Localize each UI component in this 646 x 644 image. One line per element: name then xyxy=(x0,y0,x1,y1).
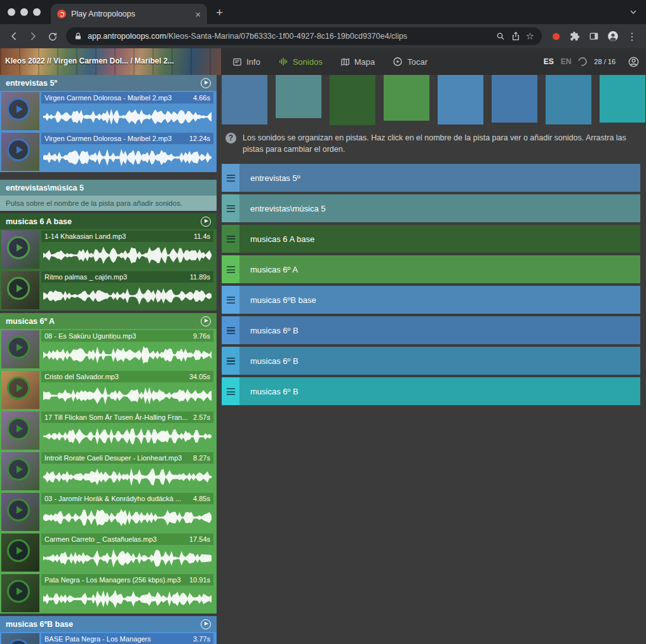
clip-thumbnail[interactable] xyxy=(1,92,39,130)
section-title[interactable]: musicas 6º A xyxy=(6,317,55,326)
tab-sonidos[interactable]: Sonidos xyxy=(278,57,323,67)
section-title[interactable]: entrevistas 5º xyxy=(6,79,57,88)
extensions-puzzle-icon[interactable] xyxy=(566,27,584,45)
clip-thumbnail[interactable] xyxy=(1,574,39,612)
track-name[interactable]: musicas 6 A base xyxy=(239,225,314,253)
lang-es-button[interactable]: ES xyxy=(544,57,554,66)
tab-tocar[interactable]: Tocar xyxy=(393,57,427,67)
tab-info[interactable]: Info xyxy=(232,57,260,67)
clip-thumbnail[interactable] xyxy=(1,533,39,572)
clip-play-overlay-icon[interactable] xyxy=(7,277,30,300)
section-header[interactable]: entrevistas 5º xyxy=(0,75,217,91)
track-name[interactable]: musicas 6º B xyxy=(239,316,299,344)
clip-thumbnail[interactable] xyxy=(1,493,39,531)
track-name[interactable]: musicas 6º B xyxy=(239,377,299,405)
track-drag-handle[interactable] xyxy=(222,286,239,314)
clip-item[interactable]: 17 Till Flickan Som Är Tusen År-Halling … xyxy=(0,410,217,451)
clip-waveform[interactable] xyxy=(43,508,212,527)
section-play-button[interactable] xyxy=(201,619,211,629)
section-title[interactable]: entrevistas\música 5 xyxy=(6,184,84,192)
clip-play-overlay-icon[interactable] xyxy=(7,236,30,259)
clip-thumbnail[interactable] xyxy=(1,452,39,490)
clip-waveform[interactable] xyxy=(43,246,212,265)
clip-item[interactable]: 03 - Jaromír Horák & Konrádyho dudácká .… xyxy=(0,492,217,532)
track-color-tile[interactable] xyxy=(438,75,483,124)
track-row[interactable]: musicas 6 A base xyxy=(222,225,640,253)
clip-waveform[interactable] xyxy=(43,107,212,126)
zoom-window-button[interactable] xyxy=(33,8,41,16)
track-row[interactable]: musicas 6º A xyxy=(222,255,640,283)
clip-play-overlay-icon[interactable] xyxy=(7,377,30,399)
track-color-tile[interactable] xyxy=(276,75,321,118)
section-title[interactable]: musicas 6 A base xyxy=(6,217,72,226)
share-icon[interactable] xyxy=(511,31,521,41)
track-drag-handle[interactable] xyxy=(222,164,239,192)
track-drag-handle[interactable] xyxy=(222,225,239,253)
minimize-window-button[interactable] xyxy=(20,8,28,16)
track-color-tile[interactable] xyxy=(222,75,267,124)
section-play-button[interactable] xyxy=(201,316,211,326)
recording-extension-icon[interactable] xyxy=(547,27,565,45)
url-text[interactable]: app.antropoloops.com/Kleos-Santa-Marina/… xyxy=(88,32,490,41)
new-tab-button[interactable]: + xyxy=(216,6,223,18)
clip-play-overlay-icon[interactable] xyxy=(7,138,30,161)
clip-waveform[interactable] xyxy=(43,549,212,568)
clip-thumbnail[interactable] xyxy=(1,412,39,450)
tab-search-chevron-icon[interactable] xyxy=(628,7,638,17)
track-name[interactable]: musicas 6ºB base xyxy=(239,286,316,314)
track-row[interactable]: entrevistas 5º xyxy=(222,164,640,192)
clip-item[interactable]: Introit Rorate Caeli Desuper - Lionheart… xyxy=(0,451,217,492)
breadcrumb[interactable]: Kleos 2022 // Virgen Carmen Dol... / Mar… xyxy=(5,57,217,65)
clip-item[interactable]: Ritmo palmas _ cajón.mp311.89s xyxy=(0,270,217,311)
clip-item[interactable]: 08 - Es Sakūru Uguntiņu.mp39.76s xyxy=(0,329,217,370)
track-drag-handle[interactable] xyxy=(222,316,239,344)
track-drag-handle[interactable] xyxy=(222,194,239,222)
clip-play-overlay-icon[interactable] xyxy=(7,417,30,440)
close-window-button[interactable] xyxy=(8,8,15,16)
clip-item[interactable]: 1-14 Khakasian Land.mp311.4s xyxy=(0,229,217,270)
section-header[interactable]: musicas 6ºB base xyxy=(0,616,217,632)
track-color-tile[interactable] xyxy=(492,75,537,123)
clip-item[interactable]: Virgen Carmen Dolorosa - Maribel 2.mp34.… xyxy=(0,91,217,131)
account-icon[interactable] xyxy=(628,56,640,68)
clip-item[interactable]: Virgen Carmen Dolorosa - Maribel 2.mp312… xyxy=(0,131,217,172)
side-panel-icon[interactable] xyxy=(585,27,603,45)
profile-avatar[interactable] xyxy=(604,27,622,45)
clip-thumbnail[interactable] xyxy=(1,330,39,368)
clip-waveform[interactable] xyxy=(43,589,212,608)
clip-play-overlay-icon[interactable] xyxy=(7,458,30,481)
clip-play-overlay-icon[interactable] xyxy=(7,336,30,359)
track-row[interactable]: musicas 6º B xyxy=(222,316,640,344)
section-title[interactable]: musicas 6ºB base xyxy=(6,620,73,629)
track-name[interactable]: musicas 6º A xyxy=(239,255,298,283)
clip-waveform[interactable] xyxy=(43,427,212,446)
clip-waveform[interactable] xyxy=(43,345,212,365)
track-name[interactable]: entrevistas\música 5 xyxy=(239,194,326,222)
section-header[interactable]: musicas 6 A base xyxy=(0,213,217,229)
section-header[interactable]: musicas 6º A xyxy=(0,313,217,329)
track-name[interactable]: entrevistas 5º xyxy=(239,164,300,192)
clip-waveform[interactable] xyxy=(43,148,212,167)
browser-menu-icon[interactable]: ⋮ xyxy=(623,27,641,45)
clip-play-overlay-icon[interactable] xyxy=(7,98,30,121)
clip-thumbnail[interactable] xyxy=(1,633,39,644)
bookmark-star-icon[interactable]: ☆ xyxy=(526,30,534,42)
tab-mapa[interactable]: Mapa xyxy=(340,57,375,67)
track-row[interactable]: entrevistas\música 5 xyxy=(222,194,640,222)
clip-waveform[interactable] xyxy=(43,286,212,305)
track-drag-handle[interactable] xyxy=(222,255,239,283)
section-header[interactable]: entrevistas\música 5 xyxy=(0,180,217,196)
section-play-button[interactable] xyxy=(201,78,211,88)
track-color-tile[interactable] xyxy=(546,75,591,124)
browser-tab[interactable]: Play Antropoloops × xyxy=(51,4,207,24)
clip-play-overlay-icon[interactable] xyxy=(7,499,30,521)
lock-icon[interactable] xyxy=(74,32,83,41)
clip-item[interactable]: Cristo del Salvador.mp334.05s xyxy=(0,370,217,410)
forward-button[interactable] xyxy=(24,27,42,45)
clip-item[interactable]: Carmen Carreto _ Castañuelas.mp317.54s xyxy=(0,532,217,573)
tab-close-icon[interactable]: × xyxy=(195,10,201,19)
address-bar[interactable]: app.antropoloops.com/Kleos-Santa-Marina/… xyxy=(66,27,542,45)
clip-thumbnail[interactable] xyxy=(1,133,39,171)
track-color-tile[interactable] xyxy=(330,75,375,125)
track-row[interactable]: musicas 6ºB base xyxy=(222,286,640,314)
